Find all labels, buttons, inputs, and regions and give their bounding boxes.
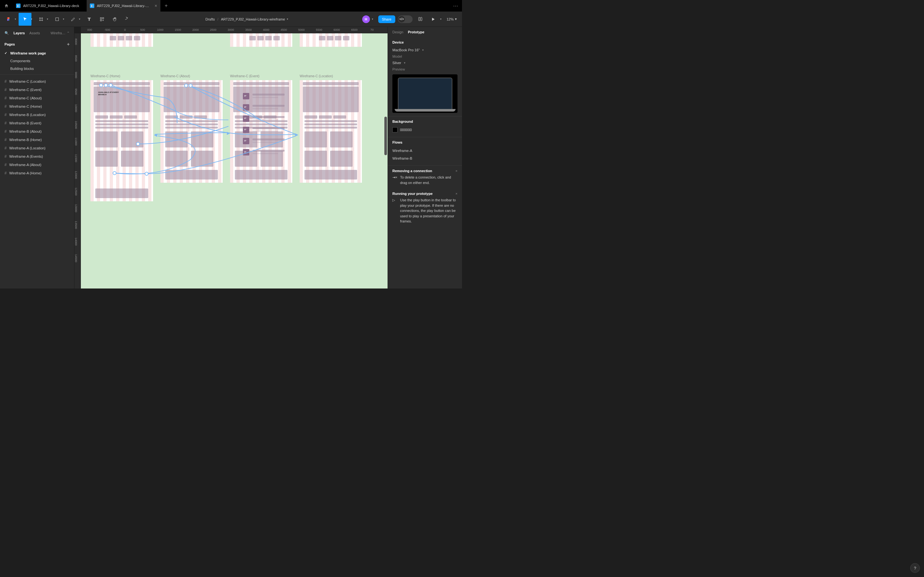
layer-item[interactable]: #Wireframe-C (About) [0, 94, 74, 102]
layer-item[interactable]: #Wireframe-C (Home) [0, 102, 74, 111]
code-icon: </> [399, 16, 405, 23]
pen-tool[interactable] [67, 13, 79, 26]
frame-label[interactable]: Wireframe-C (About) [160, 74, 190, 78]
model-select[interactable]: Silver▾ [393, 60, 457, 66]
assets-tab[interactable]: Assets [29, 31, 40, 35]
chevron-down-icon[interactable]: ▾ [287, 18, 289, 21]
avatar[interactable]: H [362, 15, 370, 23]
page-item[interactable]: Wireframe work page [0, 49, 74, 57]
device-select[interactable]: MacBook Pro 16"▾ [393, 47, 457, 53]
layer-item[interactable]: #Wireframe-C (Event) [0, 85, 74, 94]
tip-body: To delete a connection, click and drag o… [400, 175, 457, 185]
frame-icon: # [5, 146, 7, 150]
frame-label[interactable]: Wireframe-C (Location) [300, 74, 333, 78]
close-icon[interactable]: × [456, 192, 457, 195]
layer-item[interactable]: #Wireframe-A (Events) [0, 152, 74, 161]
layer-item[interactable]: #Wireframe-B (Event) [0, 119, 74, 127]
frame-icon: # [5, 96, 7, 100]
add-page-button[interactable]: + [67, 42, 69, 47]
chevron-down-icon[interactable]: ▾ [372, 18, 375, 21]
canvas[interactable]: 000-500050010001500200025003000350040004… [74, 27, 388, 288]
tip-body: Use the play button in the toolbar to pl… [400, 197, 457, 224]
svg-rect-7 [100, 19, 102, 21]
layer-item[interactable]: #Wireframe-A (Location) [0, 144, 74, 152]
layer-item[interactable]: #Wireframe-B (Location) [0, 111, 74, 119]
hand-tool[interactable] [108, 13, 121, 26]
layer-item[interactable]: #Wireframe-B (About) [0, 127, 74, 135]
chevron-down-icon[interactable]: ▾ [440, 18, 443, 21]
flow-item[interactable]: Wireframe-A [393, 147, 457, 155]
page-dropdown[interactable]: Wirefra… ⌃ [51, 31, 69, 35]
layers-list: #Wireframe-C (Location)#Wireframe-C (Eve… [0, 74, 74, 288]
tab-title: ART229_PJ02_Hawaii-Library-wireframe [97, 4, 150, 8]
library-icon[interactable] [415, 13, 425, 26]
separator: / [218, 17, 218, 21]
play-icon: ▷ [393, 197, 397, 224]
ruler-vertical: 8000850090009500100001050011000115001200… [74, 33, 81, 288]
share-button[interactable]: Share [378, 15, 395, 23]
close-icon[interactable]: × [155, 3, 157, 8]
breadcrumb-file[interactable]: ART229_PJ02_Hawaii-Library-wireframe [221, 17, 285, 21]
layers-tab[interactable]: Layers [13, 31, 25, 35]
tab-active[interactable]: ◧ ART229_PJ02_Hawaii-Library-wireframe × [87, 0, 160, 11]
breadcrumb-root[interactable]: Drafts [205, 17, 215, 21]
canvas-frame[interactable]: Wireframe-C (Location) [300, 80, 362, 183]
chevron-up-icon: ⌃ [67, 31, 69, 35]
background-color[interactable]: 000000 [393, 126, 457, 134]
close-icon[interactable]: × [456, 169, 457, 173]
flow-item[interactable]: Wireframe-B [393, 155, 457, 162]
svg-rect-4 [55, 18, 58, 21]
frame-tool[interactable] [35, 13, 47, 26]
layer-item[interactable]: #Wireframe-A (About) [0, 161, 74, 169]
layer-item[interactable]: #Wireframe-B (Home) [0, 135, 74, 144]
pages-heading: Pages [5, 42, 15, 46]
zoom-control[interactable]: 12% ▾ [447, 17, 457, 21]
canvas-frame[interactable]: Wireframe-C (Event)272727272727 [230, 80, 292, 183]
search-icon[interactable]: 🔍 [5, 31, 9, 35]
canvas-frame[interactable]: Wireframe-C (Home)AVAILABLE AT EVERY BRA… [90, 80, 153, 201]
comment-tool[interactable] [121, 13, 134, 26]
page-item[interactable]: Components [0, 57, 74, 65]
svg-rect-1 [7, 19, 8, 21]
shape-tool[interactable] [51, 13, 63, 26]
more-menu-icon[interactable]: ⋯ [449, 3, 462, 9]
toolbar: ▾ ▾ ▾ ▾ ▾ Drafts / ART229_PJ02_Hawaii-Li… [0, 11, 462, 27]
tabbar: ◧ ART229_PJ02_Hawaii-Library-deck ◧ ART2… [0, 0, 462, 11]
move-tool[interactable] [19, 13, 31, 26]
scrollbar-vertical[interactable] [384, 117, 387, 155]
flows-heading: Flows [393, 140, 457, 144]
prototype-tab[interactable]: Prototype [408, 30, 424, 34]
main-menu-button[interactable] [3, 13, 15, 26]
present-button[interactable] [428, 13, 438, 26]
frame-icon: # [5, 163, 7, 167]
devmode-toggle[interactable]: </> [398, 15, 413, 23]
tip-title: Running your prototype [393, 192, 457, 195]
disconnect-icon: ⇥× [393, 175, 397, 185]
tab-title: ART229_PJ02_Hawaii-Library-deck [23, 4, 79, 8]
right-panel: Design Prototype Device MacBook Pro 16"▾… [388, 27, 462, 288]
frame-icon: # [5, 113, 7, 117]
new-tab-button[interactable]: + [160, 3, 172, 9]
svg-rect-5 [100, 17, 102, 19]
preview-label: Preview [393, 66, 457, 73]
page-item[interactable]: Building blocks [0, 65, 74, 73]
svg-rect-2 [8, 17, 9, 19]
text-tool[interactable] [83, 13, 95, 26]
layer-item[interactable]: #Wireframe-A (Home) [0, 169, 74, 177]
svg-marker-18 [154, 134, 157, 137]
svg-rect-0 [7, 17, 8, 19]
chevron-down-icon: ▾ [455, 17, 457, 21]
device-heading: Device [393, 40, 457, 44]
svg-point-3 [8, 19, 9, 20]
frame-label[interactable]: Wireframe-C (Event) [230, 74, 260, 78]
frame-icon: # [5, 87, 7, 92]
frame-label[interactable]: Wireframe-C (Home) [90, 74, 120, 78]
layer-item[interactable]: #Wireframe-C (Location) [0, 77, 74, 85]
resources-tool[interactable] [95, 13, 108, 26]
tab-inactive[interactable]: ◧ ART229_PJ02_Hawaii-Library-deck [13, 0, 87, 11]
canvas-frame[interactable]: Wireframe-C (About) [160, 80, 223, 183]
home-button[interactable] [0, 0, 13, 11]
design-tab[interactable]: Design [393, 30, 403, 34]
figma-file-icon: ◧ [90, 3, 94, 8]
device-preview [393, 74, 457, 113]
